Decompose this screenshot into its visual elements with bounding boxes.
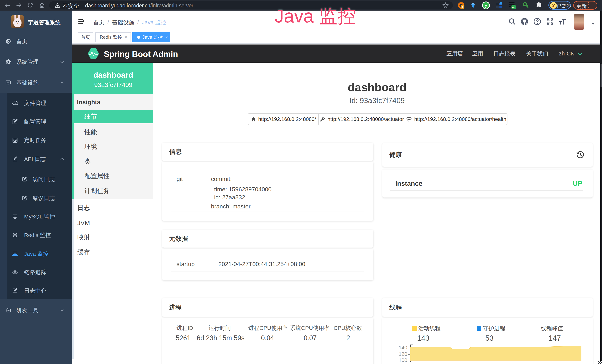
svg-text:on: on: [512, 6, 515, 9]
svg-text:1: 1: [462, 6, 463, 9]
svg-text:y: y: [485, 3, 487, 8]
